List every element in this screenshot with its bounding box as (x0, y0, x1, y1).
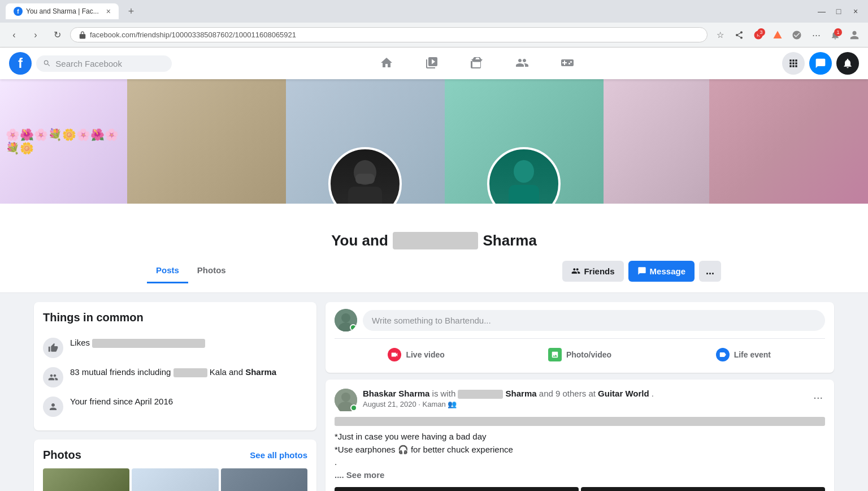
post-line-2: *Use earphones 🎧 for better chuck experi… (335, 443, 825, 456)
nav-watch[interactable] (409, 48, 454, 79)
close-button[interactable]: × (849, 5, 862, 18)
notifications-icon[interactable]: 1 (827, 27, 843, 43)
tab-close-icon[interactable]: × (106, 7, 111, 16)
cover-floral-segment: 🌸🌺🌸💐🌼🌸🌺🌸💐🌼 (0, 79, 127, 204)
friends-button[interactable]: Friends (562, 261, 623, 282)
more-extensions-icon[interactable]: ⋯ (808, 27, 824, 43)
nav-gaming[interactable] (545, 48, 590, 79)
post-more-button[interactable]: ··· (811, 389, 825, 406)
mutual-friends-item: 83 mutual friends including Kala and Sha… (43, 363, 307, 392)
photo-video-button[interactable]: Photo/video (498, 343, 661, 366)
photos-title: Photos (43, 449, 81, 462)
likes-item: Likes (43, 333, 307, 363)
more-options-button[interactable]: ... (699, 261, 721, 282)
window-controls: — □ × (815, 5, 862, 18)
svg-point-9 (341, 313, 350, 322)
post-image-right[interactable] (581, 487, 825, 491)
write-post-input[interactable]: Write something to Bhartendu... (363, 310, 825, 331)
tab-favicon: f (14, 7, 23, 16)
online-indicator (350, 324, 357, 331)
search-input[interactable] (55, 59, 165, 68)
notifications-bell-button[interactable] (836, 52, 859, 75)
extension-icon-3[interactable] (789, 27, 805, 43)
friend2-sharma: Sharma (245, 367, 276, 377)
title-sharma: Sharma (483, 232, 536, 249)
post-line-1: *Just in case you were having a bad day (335, 430, 825, 443)
svg-point-6 (514, 160, 534, 183)
profile-pic-1 (328, 147, 402, 204)
fb-navigation (172, 48, 782, 79)
reload-button[interactable]: ↻ (49, 27, 66, 44)
cover-right-segment (604, 79, 709, 204)
friendship-title: You and Sharma (113, 232, 755, 249)
likes-icon (43, 338, 63, 358)
mutual-friends-count: 83 mutual friends including (70, 367, 171, 377)
address-bar[interactable]: facebook.com/friendship/100003385087602/… (70, 27, 708, 42)
new-tab-button[interactable]: + (123, 3, 139, 19)
mutual-friends-icon (43, 367, 63, 387)
post-at: at (588, 389, 598, 398)
cover-photo-area: 🌸🌺🌸💐🌼🌸🌺🌸💐🌼 (0, 79, 868, 204)
facebook-page: f (0, 48, 868, 491)
back-button[interactable]: ‹ (6, 27, 23, 44)
life-event-icon (716, 348, 730, 361)
forward-button[interactable]: › (27, 27, 44, 44)
cover-profile-segment (286, 79, 445, 204)
bookmark-icon[interactable]: ☆ (712, 27, 728, 43)
friend-since-content: Your friend since April 2016 (70, 397, 173, 406)
share-icon[interactable] (731, 27, 747, 43)
post-meta: Bhaskar Sharma is with Sharma and 9 othe… (363, 389, 654, 408)
photo-thumb-2[interactable] (132, 468, 218, 491)
message-button-label: Message (650, 266, 685, 276)
post-location: Guitar World (598, 389, 649, 398)
user-avatar (335, 309, 357, 331)
grid-menu-button[interactable] (782, 52, 805, 75)
photos-header: Photos See all photos (43, 449, 307, 462)
badge-1: 3 (757, 28, 765, 36)
see-more-label[interactable]: .... See more (335, 470, 384, 480)
tab-photos[interactable]: Photos (188, 259, 235, 283)
live-video-button[interactable]: Live video (335, 343, 498, 366)
svg-rect-7 (509, 185, 539, 204)
minimize-button[interactable]: — (815, 5, 828, 18)
photo-thumb-1[interactable] (43, 468, 129, 491)
post-blurred-line (335, 417, 825, 426)
nav-home[interactable] (364, 48, 409, 79)
fb-header: f (0, 48, 868, 79)
life-event-button[interactable]: Life event (662, 343, 825, 366)
post-author-line: Bhaskar Sharma is with Sharma and 9 othe… (363, 389, 654, 399)
messenger-button[interactable] (809, 52, 832, 75)
message-button[interactable]: Message (628, 261, 695, 282)
photos-grid (43, 468, 307, 491)
fb-logo[interactable]: f (9, 52, 32, 75)
maximize-button[interactable]: □ (832, 5, 845, 18)
post-image-left[interactable] (335, 487, 579, 491)
url-text: facebook.com/friendship/100003385087602/… (90, 31, 296, 39)
see-all-photos-link[interactable]: See all photos (250, 450, 307, 460)
cover-person-segment (127, 79, 286, 204)
browser-tab[interactable]: f You and Sharma | Fac... × (6, 3, 119, 19)
user-profile-icon[interactable] (847, 27, 862, 43)
see-more-button[interactable]: .... See more (335, 469, 825, 482)
post-dot: . (335, 456, 825, 469)
tabs-left: Posts Photos (147, 259, 235, 283)
cover-photos-wrapper: 🌸🌺🌸💐🌼🌸🌺🌸💐🌼 (0, 79, 868, 204)
fb-search-bar[interactable] (36, 55, 172, 72)
extension-icon-1[interactable]: R 3 (750, 27, 766, 43)
photos-card: Photos See all photos (34, 440, 316, 491)
post-author-online-dot (350, 404, 357, 411)
svg-rect-4 (348, 187, 382, 204)
profile-pic-2 (487, 147, 561, 204)
svg-rect-5 (355, 174, 375, 184)
nav-marketplace[interactable] (454, 48, 500, 79)
tab-posts[interactable]: Posts (147, 259, 188, 283)
post-blurred-person (458, 390, 503, 399)
tabs-right: Friends Message ... (562, 261, 721, 282)
post-author-section: Bhaskar Sharma is with Sharma and 9 othe… (335, 389, 654, 411)
photo-thumb-3[interactable] (221, 468, 307, 491)
nav-groups[interactable] (500, 48, 545, 79)
extension-icon-2[interactable] (770, 27, 785, 43)
life-event-label: Life event (734, 350, 771, 359)
live-video-label: Live video (406, 350, 444, 359)
friends-button-label: Friends (584, 266, 614, 276)
